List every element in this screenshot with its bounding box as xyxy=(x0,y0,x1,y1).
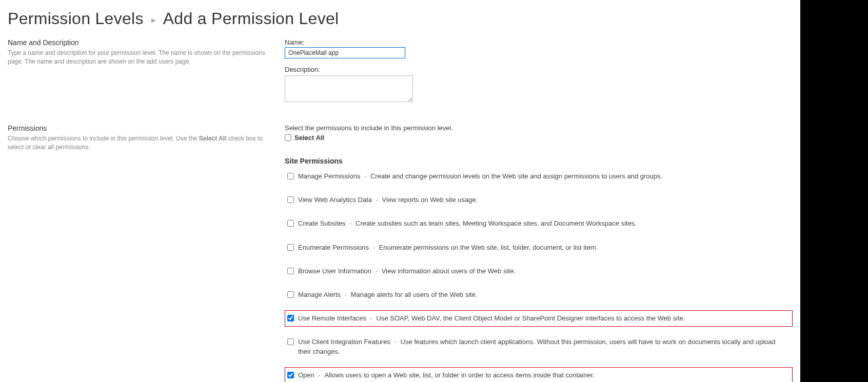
permissions-section: Permissions Choose which permissions to … xyxy=(0,124,800,382)
permission-text: Enumerate Permissions - Enumerate permis… xyxy=(298,243,598,252)
permission-desc: Enumerate permissions on the Web site, l… xyxy=(379,244,598,251)
description-textarea[interactable] xyxy=(285,75,413,102)
dash-separator: - xyxy=(392,338,399,346)
permission-checkbox[interactable] xyxy=(287,291,294,298)
breadcrumb-current: Add a Permission Level xyxy=(163,9,339,28)
permission-checkbox[interactable] xyxy=(287,338,294,345)
permission-text: Browse User Information - View informati… xyxy=(298,267,516,276)
permission-name: Manage Permissions xyxy=(298,172,360,180)
permission-row: View Web Analytics Data - View reports o… xyxy=(285,192,793,208)
permission-row: Use Remote Interfaces - Use SOAP, Web DA… xyxy=(285,310,793,327)
section-desc-permissions: Choose which permissions to include in t… xyxy=(8,134,269,152)
permission-checkbox[interactable] xyxy=(287,173,294,179)
chevron-right-icon: ▸ xyxy=(151,15,156,25)
dash-separator: - xyxy=(362,172,368,180)
select-all-label[interactable]: Select All xyxy=(294,134,324,142)
description-label: Description: xyxy=(285,66,793,73)
permission-desc: Use SOAP, Web DAV, the Client Object Mod… xyxy=(377,314,685,322)
permission-desc: Manage alerts for all users of the Web s… xyxy=(351,291,478,298)
name-desc-section: Name and Description Type a name and des… xyxy=(0,38,800,104)
permission-name: Manage Alerts xyxy=(298,291,341,298)
permission-checkbox[interactable] xyxy=(287,268,294,274)
permission-row: Manage Alerts - Manage alerts for all us… xyxy=(285,287,793,303)
permission-row: Create Subsites - Create subsites such a… xyxy=(285,215,793,232)
section-desc-name: Type a name and description for your per… xyxy=(8,49,269,66)
permission-text: Use Remote Interfaces - Use SOAP, Web DA… xyxy=(298,314,685,323)
permission-checkbox[interactable] xyxy=(287,220,294,227)
dash-separator: - xyxy=(348,219,354,227)
group-heading-site-permissions: Site Permissions xyxy=(285,157,793,165)
permission-name: View Web Analytics Data xyxy=(298,196,372,204)
name-label: Name: xyxy=(285,38,793,46)
permission-text: Open - Allows users to open a Web site, … xyxy=(298,371,595,380)
breadcrumb-parent[interactable]: Permission Levels xyxy=(8,9,144,28)
page: Permission Levels ▸ Add a Permission Lev… xyxy=(0,0,800,382)
permission-row: Browse User Information - View informati… xyxy=(285,263,793,279)
permission-text: View Web Analytics Data - View reports o… xyxy=(298,195,478,205)
permission-name: Use Remote Interfaces xyxy=(298,314,366,322)
permission-text: Use Client Integration Features - Use fe… xyxy=(298,337,790,356)
permissions-intro: Select the permissions to include in thi… xyxy=(285,124,793,132)
permission-desc: Create and change permission levels on t… xyxy=(370,172,662,180)
permission-text: Manage Permissions - Create and change p… xyxy=(298,172,662,181)
permission-text: Manage Alerts - Manage alerts for all us… xyxy=(298,290,478,299)
permission-desc: View reports on Web site usage. xyxy=(382,196,478,204)
dash-separator: - xyxy=(373,267,380,275)
permission-row: Enumerate Permissions - Enumerate permis… xyxy=(285,239,793,256)
breadcrumb: Permission Levels ▸ Add a Permission Lev… xyxy=(0,5,800,38)
permission-checkbox[interactable] xyxy=(287,315,294,321)
permission-name: Use Client Integration Features xyxy=(298,338,390,346)
permission-checkbox[interactable] xyxy=(287,244,294,251)
permission-text: Create Subsites - Create subsites such a… xyxy=(298,219,637,228)
permission-desc: Create subsites such as team sites, Meet… xyxy=(356,219,637,227)
name-input[interactable] xyxy=(285,47,405,58)
permission-rows: Manage Permissions - Create and change p… xyxy=(285,168,793,382)
permission-desc: Allows users to open a Web site, list, o… xyxy=(324,371,595,379)
select-all-checkbox[interactable] xyxy=(285,134,291,141)
permission-name: Enumerate Permissions xyxy=(298,244,369,251)
dash-separator: - xyxy=(317,371,323,379)
permission-row: Manage Permissions - Create and change p… xyxy=(285,168,793,185)
dash-separator: - xyxy=(343,291,349,298)
permission-desc: View information about users of the Web … xyxy=(382,267,516,275)
dash-separator: - xyxy=(374,196,380,204)
permission-name: Browse User Information xyxy=(298,267,371,275)
permission-checkbox[interactable] xyxy=(287,196,294,203)
dash-separator: - xyxy=(371,244,377,251)
dash-separator: - xyxy=(368,314,374,322)
permission-checkbox[interactable] xyxy=(287,372,294,378)
permission-row: Open - Allows users to open a Web site, … xyxy=(285,367,793,382)
permission-row: Use Client Integration Features - Use fe… xyxy=(285,334,793,359)
permission-name: Create Subsites xyxy=(298,219,346,227)
permission-name: Open xyxy=(298,371,314,379)
select-all-row: Select All xyxy=(285,134,793,142)
section-title-permissions: Permissions xyxy=(8,124,269,132)
section-title-name: Name and Description xyxy=(8,38,269,47)
